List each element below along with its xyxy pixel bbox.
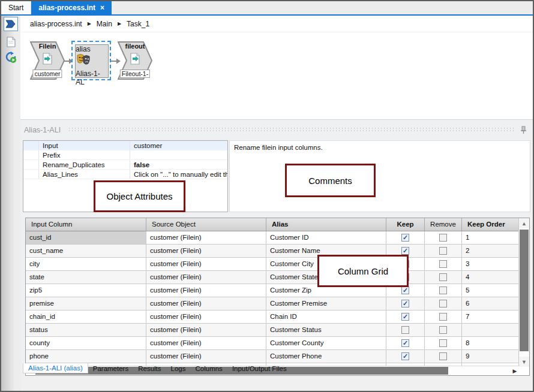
grid-header-remove[interactable]: Remove: [425, 218, 462, 231]
vertical-scroll-thumb[interactable]: [520, 230, 529, 351]
input-column-cell[interactable]: cust_id: [26, 231, 146, 244]
keep-checkbox[interactable]: ✓: [401, 339, 409, 347]
source-object-cell[interactable]: customer (Filein): [146, 284, 266, 297]
remove-checkbox[interactable]: [439, 287, 447, 294]
keep-checkbox[interactable]: ✓: [401, 313, 409, 321]
grid-header-input-column[interactable]: Input Column: [26, 218, 146, 231]
alias-cell[interactable]: Customer County: [266, 337, 386, 349]
attribute-row[interactable]: Alias_LinesClick on "..." to manually ed…: [23, 170, 227, 179]
remove-checkbox[interactable]: [439, 300, 447, 307]
node-filein[interactable]: Filein customer: [30, 41, 65, 80]
vertical-scrollbar[interactable]: ▲ ▼: [518, 218, 529, 367]
grid-row-phone[interactable]: phonecustomer (Filein)Customer Phone✓9: [26, 350, 520, 363]
remove-checkbox[interactable]: [439, 339, 447, 347]
input-column-cell[interactable]: phone: [26, 350, 146, 363]
input-column-cell[interactable]: premise: [26, 297, 146, 310]
attribute-row[interactable]: Prefix: [23, 150, 227, 160]
keep-order-cell[interactable]: 6: [462, 297, 520, 310]
run-dataflow-button[interactable]: [4, 17, 18, 31]
bottom-tab-results[interactable]: Results: [133, 364, 166, 373]
attribute-value[interactable]: false: [130, 160, 227, 169]
keep-order-cell[interactable]: 5: [462, 284, 520, 297]
source-object-cell[interactable]: customer (Filein): [146, 324, 266, 336]
grid-header-alias[interactable]: Alias: [266, 218, 386, 231]
alias-cell[interactable]: Customer Premise: [266, 297, 386, 310]
pin-icon[interactable]: [520, 126, 527, 134]
breadcrumb-item[interactable]: Task_1: [127, 20, 149, 28]
source-object-cell[interactable]: customer (Filein): [146, 310, 266, 323]
grid-row-state[interactable]: statecustomer (Filein)Customer State✓4: [26, 271, 520, 284]
remove-checkbox[interactable]: [439, 260, 447, 268]
alias-cell[interactable]: Customer Status: [266, 324, 386, 336]
input-column-cell[interactable]: chain_id: [26, 310, 146, 323]
keep-order-cell[interactable]: [462, 324, 520, 336]
input-column-cell[interactable]: zip5: [26, 284, 146, 297]
keep-order-cell[interactable]: 1: [462, 231, 520, 244]
new-document-button[interactable]: [4, 35, 18, 49]
source-object-cell[interactable]: customer (Filein): [146, 297, 266, 310]
grid-row-county[interactable]: countycustomer (Filein)Customer County✓8: [26, 337, 520, 350]
attribute-value[interactable]: Click on "..." to manually edit the: [130, 170, 227, 179]
remove-checkbox[interactable]: [439, 273, 447, 281]
alias-cell[interactable]: Customer ID: [266, 231, 386, 244]
input-column-cell[interactable]: county: [26, 337, 146, 349]
alias-cell[interactable]: Chain ID: [266, 310, 386, 323]
keep-checkbox[interactable]: ✓: [401, 352, 409, 360]
remove-checkbox[interactable]: [439, 247, 447, 255]
source-object-cell[interactable]: customer (Filein): [146, 231, 266, 244]
dataflow-canvas[interactable]: Filein customer alias: [20, 32, 533, 119]
input-column-cell[interactable]: status: [26, 324, 146, 336]
tab-start[interactable]: Start: [1, 1, 31, 14]
node-alias[interactable]: alias Alias-1-AL: [75, 44, 109, 78]
remove-checkbox[interactable]: [439, 313, 447, 321]
source-object-cell[interactable]: customer (Filein): [146, 350, 266, 363]
keep-checkbox[interactable]: ✓: [401, 287, 409, 294]
keep-order-cell[interactable]: 4: [462, 271, 520, 284]
keep-order-cell[interactable]: 3: [462, 258, 520, 270]
bottom-tab-parameters[interactable]: Parameters: [88, 364, 133, 373]
source-object-cell[interactable]: customer (Filein): [146, 258, 266, 270]
keep-order-cell[interactable]: 9: [462, 350, 520, 363]
remove-checkbox[interactable]: [439, 234, 447, 242]
bottom-tab-columns[interactable]: Columns: [190, 364, 227, 373]
keep-order-cell[interactable]: 8: [462, 337, 520, 349]
scroll-down-icon[interactable]: ▼: [519, 357, 529, 367]
grid-row-status[interactable]: statuscustomer (Filein)Customer Status: [26, 324, 520, 337]
attribute-row[interactable]: Inputcustomer: [23, 141, 227, 150]
node-fileout[interactable]: fileout Fileout-1-: [118, 41, 152, 80]
keep-checkbox[interactable]: ✓: [401, 234, 409, 242]
source-object-cell[interactable]: customer (Filein): [146, 337, 266, 349]
source-object-cell[interactable]: customer (Filein): [146, 245, 266, 257]
refresh-run-button[interactable]: [4, 50, 18, 65]
grid-row-premise[interactable]: premisecustomer (Filein)Customer Premise…: [26, 297, 520, 310]
keep-order-cell[interactable]: 7: [462, 310, 520, 323]
grid-row-cust_name[interactable]: cust_namecustomer (Filein)Customer Name✓…: [26, 245, 520, 258]
node-alias-selection[interactable]: alias Alias-1-AL: [71, 41, 111, 80]
grid-row-cust_id[interactable]: cust_idcustomer (Filein)Customer ID✓1: [26, 231, 520, 245]
keep-order-cell[interactable]: 2: [462, 245, 520, 257]
remove-checkbox[interactable]: [439, 352, 447, 360]
close-icon[interactable]: ×: [100, 4, 104, 12]
grid-row-chain_id[interactable]: chain_idcustomer (Filein)Chain ID✓7: [26, 310, 520, 324]
bottom-tab-input-output-files[interactable]: Input/Output Files: [227, 364, 292, 373]
bottom-tab-alias-1-ali-alias-[interactable]: Alias-1-ALI (alias): [23, 363, 88, 373]
scroll-right-icon[interactable]: ▶: [510, 366, 520, 375]
grid-row-zip5[interactable]: zip5customer (Filein)Customer Zip✓5: [26, 284, 520, 297]
grid-row-city[interactable]: citycustomer (Filein)Customer City✓3: [26, 258, 520, 271]
bottom-tab-logs[interactable]: Logs: [166, 364, 191, 373]
breadcrumb-item[interactable]: alias-process.int: [30, 20, 82, 28]
input-column-cell[interactable]: cust_name: [26, 245, 146, 257]
grid-header-source-object[interactable]: Source Object: [146, 218, 266, 231]
keep-checkbox[interactable]: [401, 326, 409, 334]
tab-alias-process[interactable]: alias-process.int ×: [31, 1, 112, 14]
input-column-cell[interactable]: state: [26, 271, 146, 284]
comments-area[interactable]: Rename filein input columns.: [229, 140, 530, 212]
attribute-row[interactable]: Rename_Duplicatesfalse: [23, 160, 227, 170]
keep-checkbox[interactable]: ✓: [401, 300, 409, 307]
alias-cell[interactable]: Customer Phone: [266, 350, 386, 363]
input-column-cell[interactable]: city: [26, 258, 146, 270]
breadcrumb-item[interactable]: Main: [97, 20, 112, 28]
remove-checkbox[interactable]: [439, 326, 447, 334]
scroll-up-icon[interactable]: ▲: [519, 218, 529, 228]
attribute-value[interactable]: [130, 150, 227, 159]
